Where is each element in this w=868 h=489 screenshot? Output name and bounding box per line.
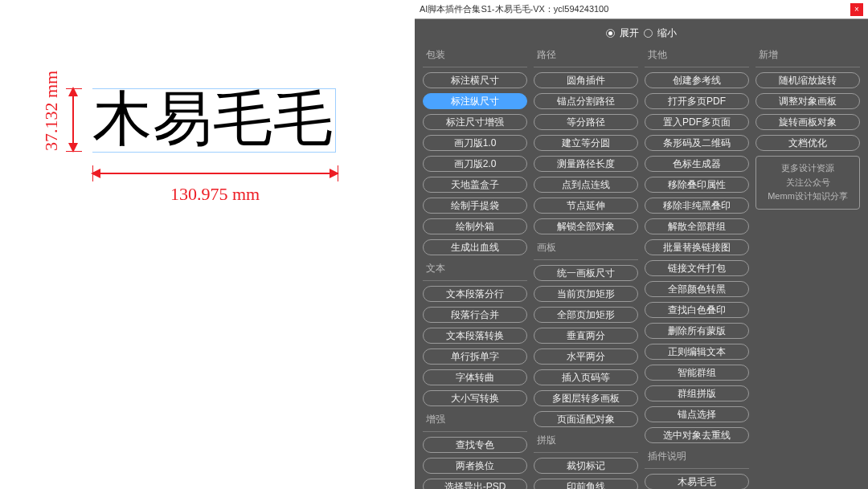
- btn-packaging-2[interactable]: 标注尺寸增强: [423, 114, 527, 130]
- btn-other-5[interactable]: 移除叠印属性: [645, 177, 749, 193]
- btn-other-9[interactable]: 链接文件打包: [645, 260, 749, 276]
- btn-new-0[interactable]: 随机缩放旋转: [755, 72, 860, 88]
- btn-path-5[interactable]: 点到点连线: [534, 177, 638, 193]
- btn-packaging-5[interactable]: 天地盖盒子: [423, 177, 527, 193]
- canvas-area: 木易毛毛 37.132 mm 130.975 mm: [0, 0, 415, 489]
- panel-title: AI脚本插件合集S1-木易毛毛-VX：ycl594243100: [420, 3, 850, 15]
- btn-path-4[interactable]: 测量路径长度: [534, 156, 638, 172]
- btn-packaging-0[interactable]: 标注横尺寸: [423, 72, 527, 88]
- btn-new-3[interactable]: 文档优化: [755, 135, 860, 151]
- btn-packaging-6[interactable]: 绘制手提袋: [423, 198, 527, 214]
- main-text: 木易毛毛: [92, 88, 336, 153]
- btn-other-17[interactable]: 选中对象去重线: [645, 427, 749, 443]
- btn-other-7[interactable]: 解散全部群组: [645, 218, 749, 234]
- btn-other-3[interactable]: 条形码及二维码: [645, 135, 749, 151]
- section-layout: 拼版: [534, 432, 638, 447]
- plugin-panel: AI脚本插件合集S1-木易毛毛-VX：ycl594243100 × 展开 缩小 …: [415, 0, 868, 489]
- btn-artboard-2[interactable]: 全部页加矩形: [534, 307, 638, 323]
- titlebar: AI脚本插件合集S1-木易毛毛-VX：ycl594243100 ×: [415, 0, 868, 19]
- radio-collapse[interactable]: [644, 29, 653, 38]
- btn-artboard-3[interactable]: 垂直两分: [534, 328, 638, 344]
- btn-text-1[interactable]: 段落行合并: [423, 307, 527, 323]
- btn-other-15[interactable]: 群组拼版: [645, 385, 749, 401]
- btn-path-3[interactable]: 建立等分圆: [534, 135, 638, 151]
- col-3: 其他 创建参考线 打开多页PDF 置入PDF多页面 条形码及二维码 色标生成器 …: [645, 47, 749, 489]
- section-path: 路径: [534, 47, 638, 62]
- section-new: 新增: [755, 47, 860, 62]
- btn-text-4[interactable]: 字体转曲: [423, 369, 527, 385]
- btn-layout-0[interactable]: 裁切标记: [534, 458, 638, 474]
- btn-artboard-1[interactable]: 当前页加矩形: [534, 286, 638, 302]
- btn-path-2[interactable]: 等分路径: [534, 114, 638, 130]
- btn-about-author[interactable]: 木易毛毛: [645, 474, 749, 489]
- btn-new-2[interactable]: 旋转画板对象: [755, 114, 860, 130]
- radio-expand[interactable]: [606, 29, 615, 38]
- btn-other-6[interactable]: 移除非纯黑叠印: [645, 198, 749, 214]
- btn-new-1[interactable]: 调整对象画板: [755, 93, 860, 109]
- btn-other-11[interactable]: 查找白色叠印: [645, 302, 749, 318]
- btn-path-0[interactable]: 圆角插件: [534, 72, 638, 88]
- section-enhance: 增强: [423, 411, 527, 426]
- btn-text-0[interactable]: 文本段落分行: [423, 286, 527, 302]
- section-packaging: 包装: [423, 47, 527, 62]
- close-button[interactable]: ×: [850, 3, 863, 16]
- btn-enhance-2[interactable]: 选择导出-PSD: [423, 479, 527, 489]
- btn-packaging-3[interactable]: 画刀版1.0: [423, 135, 527, 151]
- btn-packaging-4[interactable]: 画刀版2.0: [423, 156, 527, 172]
- btn-other-16[interactable]: 锚点选择: [645, 406, 749, 422]
- btn-packaging-8[interactable]: 生成出血线: [423, 239, 527, 255]
- section-other: 其他: [645, 47, 749, 62]
- artwork: 木易毛毛: [92, 88, 336, 153]
- btn-path-7[interactable]: 解锁全部对象: [534, 218, 638, 234]
- btn-text-2[interactable]: 文本段落转换: [423, 328, 527, 344]
- btn-other-10[interactable]: 全部颜色转黑: [645, 281, 749, 297]
- btn-artboard-4[interactable]: 水平两分: [534, 348, 638, 365]
- btn-layout-1[interactable]: 印前角线: [534, 479, 638, 489]
- col-1: 包装 标注横尺寸 标注纵尺寸 标注尺寸增强 画刀版1.0 画刀版2.0 天地盖盒…: [423, 47, 527, 489]
- btn-packaging-1[interactable]: 标注纵尺寸: [423, 93, 527, 109]
- btn-artboard-7[interactable]: 页面适配对象: [534, 411, 638, 427]
- btn-enhance-1[interactable]: 两者换位: [423, 458, 527, 474]
- btn-other-8[interactable]: 批量替换链接图: [645, 239, 749, 255]
- btn-other-1[interactable]: 打开多页PDF: [645, 93, 749, 109]
- section-text: 文本: [423, 260, 527, 275]
- vertical-dimension-label: 37.132 mm: [41, 71, 62, 151]
- btn-artboard-0[interactable]: 统一画板尺寸: [534, 265, 638, 281]
- btn-other-4[interactable]: 色标生成器: [645, 156, 749, 172]
- view-toggle: 展开 缩小: [415, 19, 868, 47]
- btn-text-5[interactable]: 大小写转换: [423, 390, 527, 406]
- btn-other-12[interactable]: 删除所有蒙版: [645, 323, 749, 339]
- section-about: 插件说明: [645, 448, 749, 463]
- btn-artboard-5[interactable]: 插入页码等: [534, 369, 638, 385]
- btn-artboard-6[interactable]: 多图层转多画板: [534, 390, 638, 406]
- btn-packaging-7[interactable]: 绘制外箱: [423, 218, 527, 234]
- btn-other-13[interactable]: 正则编辑文本: [645, 344, 749, 360]
- btn-path-6[interactable]: 节点延伸: [534, 198, 638, 214]
- btn-other-14[interactable]: 智能群组: [645, 365, 749, 381]
- btn-other-0[interactable]: 创建参考线: [645, 72, 749, 88]
- col-2: 路径 圆角插件 锚点分割路径 等分路径 建立等分圆 测量路径长度 点到点连线 节…: [534, 47, 638, 489]
- btn-text-3[interactable]: 单行拆单字: [423, 348, 527, 365]
- col-4: 新增 随机缩放旋转 调整对象画板 旋转画板对象 文档优化 更多设计资源 关注公众…: [755, 47, 860, 489]
- section-artboard: 画板: [534, 239, 638, 255]
- resource-box: 更多设计资源 关注公众号 Memm设计知识分享: [755, 156, 860, 210]
- btn-other-2[interactable]: 置入PDF多页面: [645, 114, 749, 130]
- btn-enhance-0[interactable]: 查找专色: [423, 437, 527, 453]
- radio-collapse-label: 缩小: [657, 26, 677, 40]
- columns: 包装 标注横尺寸 标注纵尺寸 标注尺寸增强 画刀版1.0 画刀版2.0 天地盖盒…: [415, 47, 868, 489]
- horizontal-dimension-label: 130.975 mm: [92, 184, 338, 205]
- radio-expand-label: 展开: [620, 26, 639, 40]
- btn-path-1[interactable]: 锚点分割路径: [534, 93, 638, 109]
